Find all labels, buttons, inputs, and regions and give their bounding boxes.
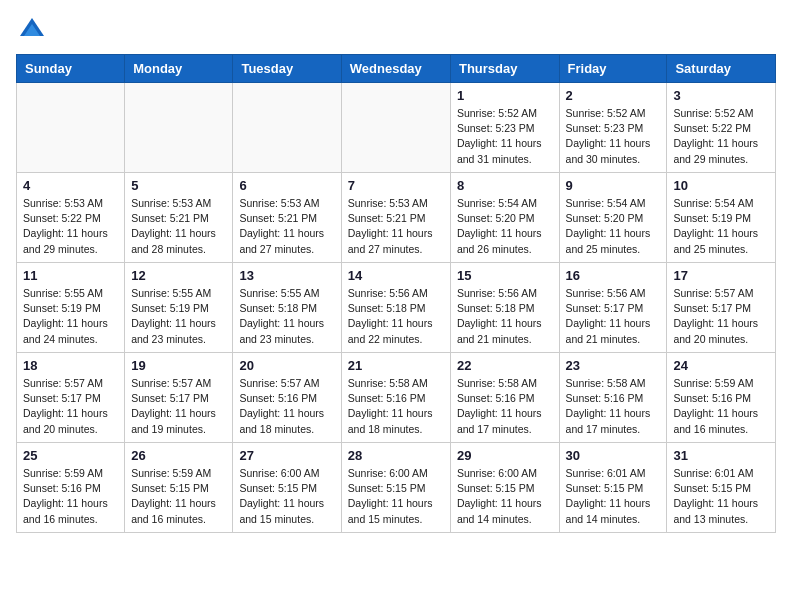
day-cell: 5Sunrise: 5:53 AM Sunset: 5:21 PM Daylig… bbox=[125, 173, 233, 263]
day-info: Sunrise: 5:52 AM Sunset: 5:23 PM Dayligh… bbox=[457, 106, 553, 167]
day-info: Sunrise: 5:55 AM Sunset: 5:18 PM Dayligh… bbox=[239, 286, 334, 347]
day-cell: 23Sunrise: 5:58 AM Sunset: 5:16 PM Dayli… bbox=[559, 353, 667, 443]
day-info: Sunrise: 5:53 AM Sunset: 5:21 PM Dayligh… bbox=[348, 196, 444, 257]
day-info: Sunrise: 5:53 AM Sunset: 5:21 PM Dayligh… bbox=[239, 196, 334, 257]
day-cell: 10Sunrise: 5:54 AM Sunset: 5:19 PM Dayli… bbox=[667, 173, 776, 263]
day-info: Sunrise: 5:56 AM Sunset: 5:18 PM Dayligh… bbox=[348, 286, 444, 347]
day-cell bbox=[17, 83, 125, 173]
day-number: 22 bbox=[457, 358, 553, 373]
day-info: Sunrise: 5:53 AM Sunset: 5:21 PM Dayligh… bbox=[131, 196, 226, 257]
page-header bbox=[16, 16, 776, 44]
day-number: 30 bbox=[566, 448, 661, 463]
day-info: Sunrise: 6:01 AM Sunset: 5:15 PM Dayligh… bbox=[566, 466, 661, 527]
day-info: Sunrise: 5:57 AM Sunset: 5:17 PM Dayligh… bbox=[673, 286, 769, 347]
day-cell bbox=[233, 83, 341, 173]
day-info: Sunrise: 6:00 AM Sunset: 5:15 PM Dayligh… bbox=[348, 466, 444, 527]
week-row-3: 11Sunrise: 5:55 AM Sunset: 5:19 PM Dayli… bbox=[17, 263, 776, 353]
day-cell: 3Sunrise: 5:52 AM Sunset: 5:22 PM Daylig… bbox=[667, 83, 776, 173]
logo bbox=[16, 16, 46, 44]
day-cell: 14Sunrise: 5:56 AM Sunset: 5:18 PM Dayli… bbox=[341, 263, 450, 353]
day-info: Sunrise: 6:00 AM Sunset: 5:15 PM Dayligh… bbox=[239, 466, 334, 527]
day-info: Sunrise: 5:56 AM Sunset: 5:18 PM Dayligh… bbox=[457, 286, 553, 347]
day-cell: 1Sunrise: 5:52 AM Sunset: 5:23 PM Daylig… bbox=[450, 83, 559, 173]
day-number: 11 bbox=[23, 268, 118, 283]
day-number: 19 bbox=[131, 358, 226, 373]
day-cell bbox=[341, 83, 450, 173]
day-info: Sunrise: 5:58 AM Sunset: 5:16 PM Dayligh… bbox=[348, 376, 444, 437]
day-number: 17 bbox=[673, 268, 769, 283]
day-cell: 31Sunrise: 6:01 AM Sunset: 5:15 PM Dayli… bbox=[667, 443, 776, 533]
day-header-friday: Friday bbox=[559, 55, 667, 83]
day-cell: 30Sunrise: 6:01 AM Sunset: 5:15 PM Dayli… bbox=[559, 443, 667, 533]
day-cell: 4Sunrise: 5:53 AM Sunset: 5:22 PM Daylig… bbox=[17, 173, 125, 263]
day-number: 16 bbox=[566, 268, 661, 283]
day-cell bbox=[125, 83, 233, 173]
day-number: 12 bbox=[131, 268, 226, 283]
day-info: Sunrise: 5:59 AM Sunset: 5:16 PM Dayligh… bbox=[23, 466, 118, 527]
day-cell: 2Sunrise: 5:52 AM Sunset: 5:23 PM Daylig… bbox=[559, 83, 667, 173]
day-number: 3 bbox=[673, 88, 769, 103]
day-header-sunday: Sunday bbox=[17, 55, 125, 83]
day-info: Sunrise: 5:57 AM Sunset: 5:16 PM Dayligh… bbox=[239, 376, 334, 437]
day-number: 24 bbox=[673, 358, 769, 373]
day-info: Sunrise: 5:53 AM Sunset: 5:22 PM Dayligh… bbox=[23, 196, 118, 257]
day-info: Sunrise: 6:00 AM Sunset: 5:15 PM Dayligh… bbox=[457, 466, 553, 527]
day-cell: 7Sunrise: 5:53 AM Sunset: 5:21 PM Daylig… bbox=[341, 173, 450, 263]
day-info: Sunrise: 5:54 AM Sunset: 5:20 PM Dayligh… bbox=[457, 196, 553, 257]
day-number: 25 bbox=[23, 448, 118, 463]
logo-icon bbox=[18, 16, 46, 44]
day-info: Sunrise: 5:59 AM Sunset: 5:16 PM Dayligh… bbox=[673, 376, 769, 437]
day-info: Sunrise: 5:57 AM Sunset: 5:17 PM Dayligh… bbox=[23, 376, 118, 437]
day-cell: 22Sunrise: 5:58 AM Sunset: 5:16 PM Dayli… bbox=[450, 353, 559, 443]
day-info: Sunrise: 5:55 AM Sunset: 5:19 PM Dayligh… bbox=[131, 286, 226, 347]
day-cell: 16Sunrise: 5:56 AM Sunset: 5:17 PM Dayli… bbox=[559, 263, 667, 353]
day-number: 7 bbox=[348, 178, 444, 193]
day-cell: 19Sunrise: 5:57 AM Sunset: 5:17 PM Dayli… bbox=[125, 353, 233, 443]
day-cell: 21Sunrise: 5:58 AM Sunset: 5:16 PM Dayli… bbox=[341, 353, 450, 443]
day-cell: 25Sunrise: 5:59 AM Sunset: 5:16 PM Dayli… bbox=[17, 443, 125, 533]
day-number: 14 bbox=[348, 268, 444, 283]
day-cell: 11Sunrise: 5:55 AM Sunset: 5:19 PM Dayli… bbox=[17, 263, 125, 353]
day-number: 8 bbox=[457, 178, 553, 193]
day-cell: 29Sunrise: 6:00 AM Sunset: 5:15 PM Dayli… bbox=[450, 443, 559, 533]
day-cell: 28Sunrise: 6:00 AM Sunset: 5:15 PM Dayli… bbox=[341, 443, 450, 533]
day-info: Sunrise: 5:57 AM Sunset: 5:17 PM Dayligh… bbox=[131, 376, 226, 437]
day-cell: 27Sunrise: 6:00 AM Sunset: 5:15 PM Dayli… bbox=[233, 443, 341, 533]
week-row-5: 25Sunrise: 5:59 AM Sunset: 5:16 PM Dayli… bbox=[17, 443, 776, 533]
day-header-thursday: Thursday bbox=[450, 55, 559, 83]
day-header-tuesday: Tuesday bbox=[233, 55, 341, 83]
calendar-table: SundayMondayTuesdayWednesdayThursdayFrid… bbox=[16, 54, 776, 533]
day-cell: 26Sunrise: 5:59 AM Sunset: 5:15 PM Dayli… bbox=[125, 443, 233, 533]
day-cell: 9Sunrise: 5:54 AM Sunset: 5:20 PM Daylig… bbox=[559, 173, 667, 263]
day-number: 27 bbox=[239, 448, 334, 463]
week-row-4: 18Sunrise: 5:57 AM Sunset: 5:17 PM Dayli… bbox=[17, 353, 776, 443]
day-number: 21 bbox=[348, 358, 444, 373]
day-info: Sunrise: 5:58 AM Sunset: 5:16 PM Dayligh… bbox=[566, 376, 661, 437]
day-number: 20 bbox=[239, 358, 334, 373]
week-row-2: 4Sunrise: 5:53 AM Sunset: 5:22 PM Daylig… bbox=[17, 173, 776, 263]
day-cell: 12Sunrise: 5:55 AM Sunset: 5:19 PM Dayli… bbox=[125, 263, 233, 353]
day-number: 6 bbox=[239, 178, 334, 193]
day-number: 15 bbox=[457, 268, 553, 283]
day-info: Sunrise: 5:54 AM Sunset: 5:19 PM Dayligh… bbox=[673, 196, 769, 257]
day-number: 1 bbox=[457, 88, 553, 103]
day-info: Sunrise: 5:52 AM Sunset: 5:23 PM Dayligh… bbox=[566, 106, 661, 167]
day-cell: 15Sunrise: 5:56 AM Sunset: 5:18 PM Dayli… bbox=[450, 263, 559, 353]
day-number: 26 bbox=[131, 448, 226, 463]
day-info: Sunrise: 5:52 AM Sunset: 5:22 PM Dayligh… bbox=[673, 106, 769, 167]
day-info: Sunrise: 5:59 AM Sunset: 5:15 PM Dayligh… bbox=[131, 466, 226, 527]
day-number: 23 bbox=[566, 358, 661, 373]
day-header-wednesday: Wednesday bbox=[341, 55, 450, 83]
day-header-monday: Monday bbox=[125, 55, 233, 83]
week-row-1: 1Sunrise: 5:52 AM Sunset: 5:23 PM Daylig… bbox=[17, 83, 776, 173]
day-cell: 13Sunrise: 5:55 AM Sunset: 5:18 PM Dayli… bbox=[233, 263, 341, 353]
day-number: 31 bbox=[673, 448, 769, 463]
day-cell: 20Sunrise: 5:57 AM Sunset: 5:16 PM Dayli… bbox=[233, 353, 341, 443]
day-number: 4 bbox=[23, 178, 118, 193]
day-number: 28 bbox=[348, 448, 444, 463]
day-info: Sunrise: 5:58 AM Sunset: 5:16 PM Dayligh… bbox=[457, 376, 553, 437]
day-number: 10 bbox=[673, 178, 769, 193]
day-number: 9 bbox=[566, 178, 661, 193]
day-cell: 24Sunrise: 5:59 AM Sunset: 5:16 PM Dayli… bbox=[667, 353, 776, 443]
day-info: Sunrise: 5:55 AM Sunset: 5:19 PM Dayligh… bbox=[23, 286, 118, 347]
